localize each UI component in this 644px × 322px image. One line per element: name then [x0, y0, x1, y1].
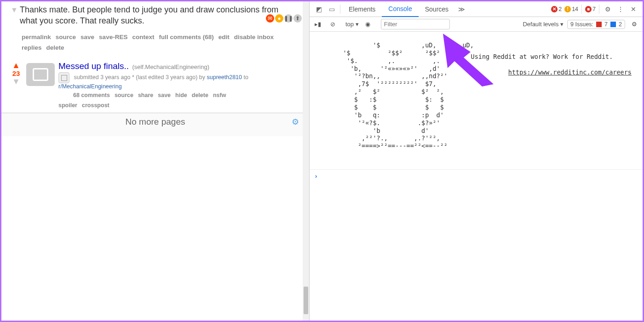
- comment-link[interactable]: full comments (68): [159, 34, 213, 40]
- more-tabs-icon[interactable]: ≫: [455, 6, 468, 13]
- tab-sources[interactable]: Sources: [419, 1, 455, 17]
- warning-badge[interactable]: !14: [564, 6, 578, 12]
- post-actions: 68 commentssourcesharesavehidedeletensfw: [73, 91, 305, 100]
- author-link[interactable]: supreeth2810: [207, 75, 242, 81]
- issue-red-icon: [596, 22, 602, 27]
- post-title[interactable]: Messed up finals..: [58, 61, 129, 71]
- separator: [340, 5, 340, 14]
- devtools-tabbar: ◩ ▭ Elements Console Sources ≫ ✕2 !14 ■7…: [310, 1, 643, 17]
- footer-title: No more pages: [6, 117, 305, 127]
- log-levels-select[interactable]: Default levels ▾: [523, 21, 564, 28]
- downvote-icon[interactable]: ▼: [11, 5, 18, 15]
- reddit-pane: ▼ Thanks mate. But people tend to judge …: [1, 1, 310, 321]
- comment-text: Thanks mate. But people tend to judge yo…: [20, 5, 278, 25]
- recruit-link[interactable]: https://www.redditinc.com/careers: [508, 69, 632, 76]
- post-actions-2: spoilercrosspost: [58, 101, 305, 110]
- live-expression-icon[interactable]: ◉: [362, 21, 374, 28]
- comment-link[interactable]: delete: [46, 44, 64, 51]
- ascii-art: '$ ,uD, ,uD, '$ ²$$² ²$$² '$. ,. ,. 'b, …: [310, 32, 643, 169]
- post-action[interactable]: source: [115, 92, 133, 98]
- comment-link[interactable]: context: [132, 34, 154, 40]
- post: ▲ 23 ▼ Messed up finals.. (self.Mechanic…: [1, 58, 309, 113]
- clear-console-icon[interactable]: ⊘: [327, 21, 338, 28]
- mail-icon[interactable]: ✉: [266, 14, 274, 23]
- pagination-footer: No more pages ⚙: [1, 113, 309, 136]
- error-badge[interactable]: ✕2: [551, 6, 562, 12]
- comment-action-bar: permalinksourcesavesave-REScontextfull c…: [1, 30, 309, 58]
- inspect-icon[interactable]: ◩: [312, 6, 325, 13]
- pause-icon[interactable]: ❚❚: [284, 14, 293, 23]
- console-toolbar: ▸▮ ⊘ top ▾ ◉ Default levels ▾ 9 Issues: …: [310, 17, 643, 32]
- console-output: '$ ,uD, ,uD, '$ ²$$² ²$$² '$. ,. ,. 'b, …: [310, 32, 643, 321]
- context-select[interactable]: top ▾: [345, 21, 359, 28]
- comment-body: ▼ Thanks mate. But people tend to judge …: [1, 1, 309, 30]
- post-action[interactable]: 68 comments: [73, 92, 110, 98]
- console-prompt[interactable]: ›: [310, 169, 643, 183]
- subreddit-link[interactable]: r/MechanicalEngineering: [58, 83, 122, 90]
- post-thumbnail[interactable]: [26, 63, 55, 86]
- settings-icon[interactable]: ⚙: [601, 6, 614, 13]
- post-action[interactable]: delete: [192, 92, 208, 98]
- post-domain: (self.MechanicalEngineering): [132, 63, 209, 70]
- tab-console[interactable]: Console: [382, 1, 418, 17]
- post-action[interactable]: share: [138, 92, 153, 98]
- comment-link[interactable]: save-RES: [99, 34, 127, 40]
- downvote-icon[interactable]: ▼: [8, 78, 24, 85]
- comment-link[interactable]: edit: [218, 34, 230, 40]
- post-listing: ▲ 23 ▼ Messed up finals.. (self.Mechanic…: [1, 58, 309, 113]
- comment-link[interactable]: permalink: [22, 34, 51, 40]
- kebab-menu-icon[interactable]: ⋮: [614, 6, 627, 13]
- issue-blue-icon: [610, 22, 616, 27]
- scrollbar[interactable]: [303, 1, 309, 321]
- header-shortcut-icons: ✉ ● ❚❚ ⬆: [266, 14, 302, 23]
- comment-link[interactable]: source: [56, 34, 76, 40]
- comment-link[interactable]: save: [80, 34, 94, 40]
- post-action[interactable]: nsfw: [213, 92, 226, 98]
- tab-elements[interactable]: Elements: [342, 1, 382, 17]
- device-toggle-icon[interactable]: ▭: [325, 6, 338, 13]
- filter-input[interactable]: [381, 19, 450, 29]
- devtools-pane: ◩ ▭ Elements Console Sources ≫ ✕2 !14 ■7…: [310, 1, 643, 321]
- recruit-message: Using Reddit at work? Work for Reddit. h…: [471, 37, 632, 84]
- chat-icon[interactable]: ●: [275, 14, 283, 23]
- upvote-icon[interactable]: ▲: [8, 62, 24, 69]
- post-action[interactable]: crosspost: [82, 102, 109, 109]
- sidebar-toggle-icon[interactable]: ▸▮: [312, 21, 323, 28]
- post-action[interactable]: spoiler: [58, 102, 77, 109]
- issues-badge[interactable]: ■7: [585, 6, 596, 12]
- close-icon[interactable]: ✕: [627, 6, 640, 13]
- post-tagline: submitted 3 years ago * (last edited 3 y…: [58, 72, 305, 90]
- issues-pill[interactable]: 9 Issues: 7 2: [567, 20, 625, 29]
- console-settings-icon[interactable]: ⚙: [629, 21, 640, 28]
- post-score: 23: [8, 69, 24, 77]
- scrollbar-thumb[interactable]: [304, 287, 308, 314]
- post-action[interactable]: save: [158, 92, 171, 98]
- expando-button[interactable]: [58, 72, 69, 83]
- gear-icon[interactable]: ⚙: [292, 117, 299, 127]
- post-action[interactable]: hide: [175, 92, 187, 98]
- jump-up-icon[interactable]: ⬆: [293, 14, 302, 23]
